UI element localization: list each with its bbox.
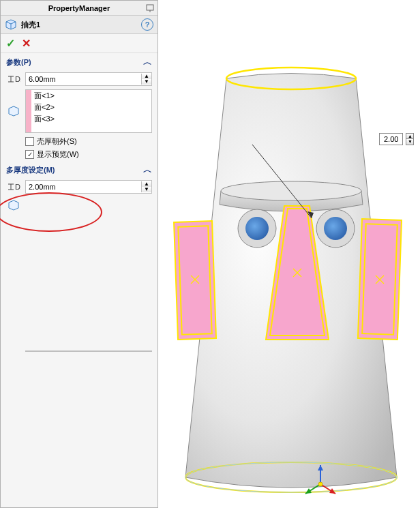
- faces2-row: 面<4>面<5>面<6>面<7>面<8>面<9>面<10>面<11>面<12>面…: [1, 195, 158, 507]
- shell-outward-label: 壳厚朝外(S): [37, 136, 77, 147]
- pm-title: PropertyManager: [16, 4, 142, 12]
- help-icon[interactable]: ?: [141, 18, 153, 31]
- model-render: [158, 0, 420, 508]
- thickness2-dec[interactable]: ▼: [142, 187, 151, 192]
- show-preview-label: 显示预览(W): [37, 149, 79, 160]
- faces1-row: 面<1>面<2>面<3>: [1, 87, 158, 135]
- face-select-icon-2: [6, 199, 21, 211]
- thickness1-spinner[interactable]: ▲▼: [25, 72, 152, 86]
- show-preview-checkbox[interactable]: [25, 150, 34, 159]
- thickness2-input[interactable]: [26, 183, 141, 191]
- ok-cancel-row: ✓ ✕: [1, 34, 158, 53]
- dimension-inc[interactable]: ▲: [406, 133, 414, 139]
- list-item[interactable]: 面<2>: [31, 102, 151, 113]
- property-manager-panel: PropertyManager 抽壳1 ? ✓ ✕ 参数(P) ︿ D1 ▲▼: [0, 0, 158, 508]
- thickness-dimension-icon: D1: [6, 74, 21, 85]
- svg-text:D1: D1: [15, 75, 21, 83]
- multi-section-header[interactable]: 多厚度设定(M) ︿: [1, 161, 158, 179]
- chevron-up-icon[interactable]: ︿: [143, 56, 152, 68]
- params-section-label: 参数(P): [6, 57, 31, 68]
- multi-section-label: 多厚度设定(M): [6, 165, 55, 175]
- params-section-header[interactable]: 参数(P) ︿: [1, 53, 158, 71]
- feature-title: 抽壳1: [21, 20, 40, 30]
- list-item[interactable]: 面<3>: [31, 113, 151, 125]
- svg-point-7: [221, 181, 361, 200]
- faces2-listbox[interactable]: 面<4>面<5>面<6>面<7>面<8>面<9>面<10>面<11>面<12>面…: [25, 350, 152, 352]
- thickness2-dimension-icon: D1: [6, 181, 21, 192]
- list-item[interactable]: 面<1>: [31, 90, 151, 102]
- shell-feature-icon: [5, 18, 17, 31]
- thickness1-row: D1 ▲▼: [1, 71, 158, 87]
- dimension-value: 2.00: [379, 133, 403, 145]
- feature-header: 抽壳1 ?: [1, 16, 158, 34]
- chevron-up-icon-2[interactable]: ︿: [143, 164, 152, 176]
- pushpin-icon[interactable]: [142, 3, 158, 13]
- face-select-icon: [6, 105, 21, 117]
- show-preview-row: 显示预览(W): [1, 148, 158, 161]
- svg-text:D1: D1: [15, 183, 21, 191]
- svg-point-11: [324, 217, 347, 240]
- pm-header: PropertyManager: [1, 1, 158, 16]
- shell-outward-checkbox[interactable]: [25, 137, 34, 146]
- thickness1-input[interactable]: [26, 75, 141, 83]
- faces1-pinkbar: [26, 90, 31, 132]
- thickness2-spinner[interactable]: ▲▼: [25, 180, 152, 194]
- svg-point-32: [318, 482, 322, 486]
- dimension-dec[interactable]: ▼: [406, 139, 414, 145]
- faces1-listbox[interactable]: 面<1>面<2>面<3>: [25, 89, 152, 133]
- shell-outward-row: 壳厚朝外(S): [1, 135, 158, 148]
- svg-rect-0: [147, 5, 153, 10]
- dimension-callout[interactable]: 2.00 ▲ ▼: [379, 133, 414, 145]
- thickness1-dec[interactable]: ▼: [142, 79, 151, 85]
- model-viewport[interactable]: 2.00 ▲ ▼: [158, 0, 420, 508]
- thickness2-row: D1 ▲▼: [1, 179, 158, 195]
- ok-button[interactable]: ✓: [6, 37, 15, 50]
- svg-point-9: [245, 217, 269, 240]
- cancel-button[interactable]: ✕: [22, 37, 31, 50]
